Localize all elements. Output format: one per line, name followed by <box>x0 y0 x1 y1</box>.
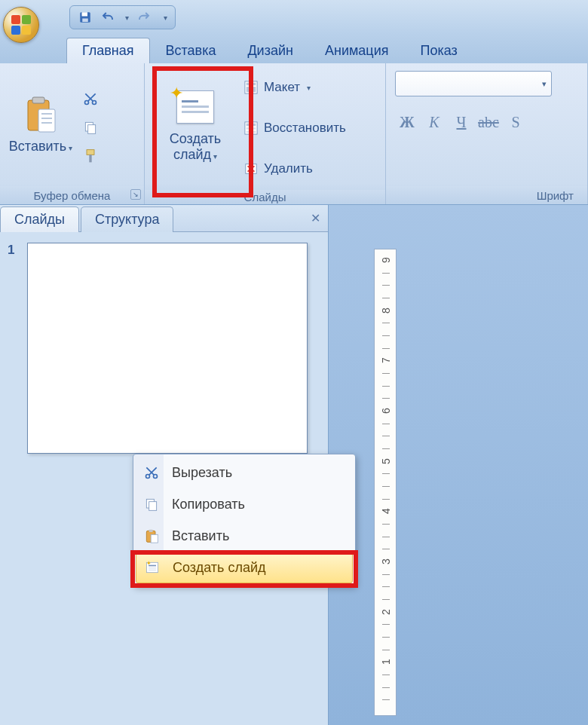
chevron-down-icon: ▾ <box>307 84 311 92</box>
undo-dropdown-icon[interactable]: ▾ <box>125 14 129 22</box>
undo-icon[interactable] <box>100 10 115 25</box>
slide-thumbnail-1[interactable] <box>27 243 308 454</box>
delete-slide-icon <box>243 161 259 177</box>
tab-insert[interactable]: Вставка <box>150 38 232 63</box>
close-panel-icon[interactable]: ✕ <box>311 211 320 225</box>
ruler-number: 7 <box>380 353 392 367</box>
context-paste[interactable]: Вставить <box>136 520 353 552</box>
new-slide-icon: ✦ <box>176 90 214 124</box>
group-label-font: Шрифт <box>386 186 587 204</box>
font-family-combo[interactable]: ▾ <box>395 71 552 96</box>
paste-label: Вставить <box>9 139 66 154</box>
svg-rect-14 <box>89 154 91 162</box>
context-paste-label: Вставить <box>172 528 229 544</box>
svg-rect-31 <box>149 530 153 532</box>
text-shadow-button[interactable]: S <box>504 110 528 134</box>
panel-tab-outline[interactable]: Структура <box>81 206 173 232</box>
italic-button[interactable]: К <box>422 110 446 134</box>
slide-number-label: 1 <box>8 243 14 258</box>
context-copy[interactable]: Копировать <box>136 488 353 520</box>
chevron-down-icon: ▾ <box>542 79 547 89</box>
quick-access-toolbar: ▾ ▾ <box>69 5 176 29</box>
group-font: ▾ Ж К Ч abc S Шрифт <box>386 63 588 204</box>
layout-label: Макет <box>264 80 300 95</box>
copy-icon[interactable] <box>81 118 100 136</box>
group-slides: ✦ Создать слайд▾ Макет▾ Восстановить Уда… <box>145 63 386 204</box>
reset-label: Восстановить <box>264 121 346 136</box>
paste-icon <box>23 96 58 135</box>
ruler-number: 5 <box>380 454 392 468</box>
ribbon-tabs: Главная Вставка Дизайн Анимация Показ <box>0 35 588 63</box>
tab-animation[interactable]: Анимация <box>309 38 405 63</box>
layout-icon <box>243 79 259 96</box>
ruler-number: 6 <box>380 404 392 418</box>
group-clipboard: Вставить▾ Буфер обмена ↘ <box>0 63 145 204</box>
svg-rect-17 <box>247 87 250 92</box>
ribbon: Вставить▾ Буфер обмена ↘ <box>0 63 588 205</box>
tab-home[interactable]: Главная <box>66 38 150 63</box>
context-copy-label: Копировать <box>172 497 245 512</box>
svg-point-10 <box>93 100 96 104</box>
svg-rect-4 <box>32 97 44 103</box>
new-slide-icon: ✦ <box>142 558 162 577</box>
svg-rect-18 <box>252 87 256 92</box>
group-label-slides: Слайды <box>145 190 385 204</box>
panel-tab-slides[interactable]: Слайды <box>0 206 79 232</box>
ruler-number: 3 <box>380 555 392 568</box>
svg-rect-16 <box>247 83 256 86</box>
context-cut[interactable]: Вырезать <box>136 457 353 488</box>
bold-button[interactable]: Ж <box>395 110 419 134</box>
svg-rect-13 <box>87 149 94 154</box>
format-painter-icon[interactable] <box>81 147 100 165</box>
svg-rect-21 <box>247 127 256 130</box>
svg-rect-1 <box>82 12 88 16</box>
svg-point-9 <box>85 100 89 104</box>
svg-point-27 <box>154 475 158 479</box>
slide-edit-area: 987654321 <box>329 205 588 725</box>
vertical-ruler: 987654321 <box>374 249 397 716</box>
ruler-number: 2 <box>380 605 392 619</box>
qat-customize-icon[interactable]: ▾ <box>164 14 167 22</box>
delete-button[interactable]: Удалить <box>243 151 346 187</box>
new-slide-button[interactable]: ✦ Создать слайд▾ <box>151 86 240 167</box>
svg-rect-20 <box>247 124 256 127</box>
svg-rect-12 <box>88 124 96 133</box>
thumbnail-area: 1 <box>0 232 328 464</box>
svg-rect-32 <box>151 534 158 543</box>
office-logo-icon <box>11 15 31 35</box>
delete-label: Удалить <box>264 161 313 176</box>
reset-button[interactable]: Восстановить <box>243 110 346 146</box>
tab-design[interactable]: Дизайн <box>231 38 309 63</box>
office-button[interactable] <box>3 7 39 43</box>
context-menu: Вырезать Копировать Вставить ✦ Создать с… <box>133 454 356 586</box>
ruler-number: 1 <box>380 655 392 668</box>
cut-icon[interactable] <box>81 90 100 108</box>
cut-icon <box>142 463 161 482</box>
dialog-launcher-icon[interactable]: ↘ <box>130 189 141 200</box>
paste-icon <box>142 526 161 546</box>
context-new-slide-label: Создать слайд <box>173 560 265 576</box>
chevron-down-icon: ▾ <box>213 152 217 161</box>
ruler-number: 4 <box>380 504 392 518</box>
underline-button[interactable]: Ч <box>449 110 473 134</box>
svg-rect-22 <box>247 131 256 133</box>
svg-rect-29 <box>149 502 157 511</box>
save-icon[interactable] <box>78 10 93 25</box>
paste-button[interactable]: Вставить▾ <box>6 69 75 182</box>
panel-tabs: Слайды Структура ✕ <box>0 205 328 232</box>
svg-rect-5 <box>38 109 55 132</box>
group-label-clipboard: Буфер обмена ↘ <box>0 186 144 204</box>
redo-icon[interactable] <box>136 10 152 25</box>
chevron-down-icon: ▾ <box>69 144 72 152</box>
context-new-slide[interactable]: ✦ Создать слайд <box>136 552 353 583</box>
slides-panel: Слайды Структура ✕ 1 Вырезать Копировать… <box>0 205 329 725</box>
svg-rect-2 <box>82 19 88 23</box>
layout-button[interactable]: Макет▾ <box>243 69 346 106</box>
strikethrough-button[interactable]: abc <box>476 110 501 134</box>
title-bar: ▾ ▾ <box>0 0 588 35</box>
copy-icon <box>142 494 161 514</box>
workspace: Слайды Структура ✕ 1 Вырезать Копировать… <box>0 205 588 725</box>
reset-icon <box>243 120 259 136</box>
context-cut-label: Вырезать <box>172 465 232 481</box>
tab-slideshow[interactable]: Показ <box>404 38 473 63</box>
